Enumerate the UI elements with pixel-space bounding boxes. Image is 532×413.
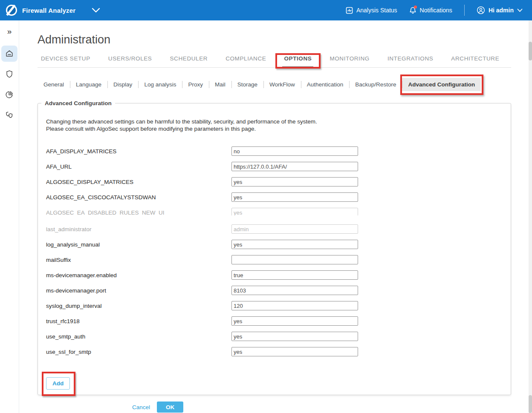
subtab-label: Storage [237,81,257,88]
tab-users-roles[interactable]: USERS/ROLES [108,55,152,62]
user-circle-icon [477,6,485,14]
param-name-label: use_ssl_for_smtp [46,349,231,355]
home-icon [5,49,14,58]
sidebar-item-devices[interactable] [1,107,17,123]
sidebar-item-reports[interactable] [1,86,17,103]
panel-legend: Advanced Configuration [41,100,115,106]
subtab-advanced-configuration[interactable]: Advanced Configuration [402,78,481,91]
subtab-display[interactable]: Display [107,78,138,91]
param-list-top: AFA_DISPLAY_MATRICES AFA_URL ALGOSEC_DIS… [46,143,511,215]
param-row: AFA_DISPLAY_MATRICES [46,143,511,159]
page-scrollbar-thumb[interactable] [529,42,532,60]
analysis-status-button[interactable]: Analysis Status [346,7,397,14]
notifications-button[interactable]: Notifications [409,6,452,14]
param-row: ALGOSEC_EA_DISABLED_RULES_NEW_UI [46,205,511,215]
param-value-input[interactable] [231,162,358,171]
tab-label: COMPLIANCE [226,55,266,62]
param-name-label: ms-devicemanager.port [46,287,231,294]
param-name-label: log_analysis_manual [46,241,231,248]
param-value-input[interactable] [231,192,358,202]
sidebar-item-policy[interactable] [1,66,17,82]
user-greeting: Hi admin [489,7,514,14]
ok-button[interactable]: OK [157,402,183,413]
subtab-proxy[interactable]: Proxy [182,78,209,91]
tab-compliance[interactable]: COMPLIANCE [226,55,266,62]
param-row: last_administrator [46,221,511,237]
subtab-language[interactable]: Language [70,78,107,91]
algosec-logo-icon [6,5,17,16]
param-name-label: ALGOSEC_EA_DISABLED_RULES_NEW_UI [46,209,231,216]
param-row: trust_rfc1918 [46,313,511,329]
param-value-input[interactable] [231,316,358,326]
page-scrollbar-track[interactable] [529,20,532,413]
top-bar: Firewall Analyzer Analysis Status Notifi… [0,0,532,20]
analysis-status-icon [346,7,353,14]
param-row: AFA_URL [46,159,511,174]
subtab-mail[interactable]: Mail [209,78,231,91]
subtab-storage[interactable]: Storage [231,78,263,91]
overlapping-shields-icon [5,110,14,120]
subtab-label: Language [76,81,101,88]
advanced-configuration-panel: Advanced Configuration Changing these ad… [38,100,511,395]
subtab-workflow[interactable]: WorkFlow [263,78,301,91]
subtab-label: Proxy [188,81,203,88]
subtab-backup-restore[interactable]: Backup/Restore [349,78,402,91]
param-row: ALGOSEC_EA_CISCOCATALYSTSDWAN [46,189,511,205]
param-value-input[interactable] [231,146,358,156]
param-value-input[interactable] [231,286,358,295]
param-name-label: ALGOSEC_EA_CISCOCATALYSTSDWAN [46,194,231,201]
param-value-input[interactable] [231,208,358,215]
subtab-general[interactable]: General [38,78,70,91]
tab-devices-setup[interactable]: DEVICES SETUP [41,55,90,62]
tab-label: INTEGRATIONS [387,55,433,62]
tab-label: ARCHITECTURE [451,55,499,62]
param-value-input[interactable] [231,347,358,356]
param-value-input[interactable] [231,224,358,234]
user-menu[interactable]: Hi admin [477,6,523,14]
tab-options[interactable]: OPTIONS [284,55,312,62]
param-name-label: syslog_dump_interval [46,303,231,309]
cancel-button[interactable]: Cancel [132,404,150,410]
add-button[interactable]: Add [46,377,70,390]
tab-scheduler[interactable]: SCHEDULER [170,55,208,62]
tab-label: USERS/ROLES [108,55,152,62]
main-tabs: DEVICES SETUP USERS/ROLES SCHEDULER COMP… [38,55,511,68]
param-value-input[interactable] [231,270,358,280]
sidebar-item-home[interactable] [1,46,17,62]
main-content: Administration DEVICES SETUP USERS/ROLES… [28,20,515,413]
tab-label: SCHEDULER [170,55,208,62]
tab-monitoring[interactable]: MONITORING [330,55,370,62]
param-value-input[interactable] [231,177,358,186]
param-value-input[interactable] [231,332,358,341]
subtab-authentication[interactable]: Authentication [301,78,350,91]
subtab-log-analysis[interactable]: Log analysis [138,78,182,91]
subtab-label: Display [113,81,132,88]
param-row: use_smtp_auth [46,329,511,344]
param-value-input[interactable] [231,301,358,310]
options-subtabs: General Language Display Log analysis Pr… [38,78,515,91]
subtab-label: Authentication [307,81,344,88]
subtab-label: Log analysis [144,81,176,88]
notification-badge-dot [414,6,417,9]
param-name-label: mailSuffix [46,257,231,263]
topbar-divider [464,5,465,16]
notifications-label: Notifications [420,7,452,14]
param-row: use_ssl_for_smtp [46,344,511,359]
warning-text: Changing these advanced settings can be … [46,118,511,132]
app-brand[interactable]: Firewall Analyzer [0,5,100,16]
page-title: Administration [38,33,515,46]
shield-icon [5,69,14,79]
param-row: mailSuffix [46,252,511,267]
tab-architecture[interactable]: ARCHITECTURE [451,55,499,62]
expand-sidebar-icon[interactable]: » [7,24,12,39]
app-switcher-chevron-down-icon[interactable] [92,8,100,13]
param-name-label: ms-devicemanager.enabled [46,272,231,278]
param-value-input[interactable] [231,240,358,249]
param-value-input[interactable] [231,255,358,264]
tab-integrations[interactable]: INTEGRATIONS [387,55,433,62]
pie-chart-icon [5,90,14,99]
param-row: ms-devicemanager.port [46,283,511,298]
subtab-label: Mail [215,81,226,88]
subtab-label: WorkFlow [269,81,295,88]
param-row: ms-devicemanager.enabled [46,267,511,283]
